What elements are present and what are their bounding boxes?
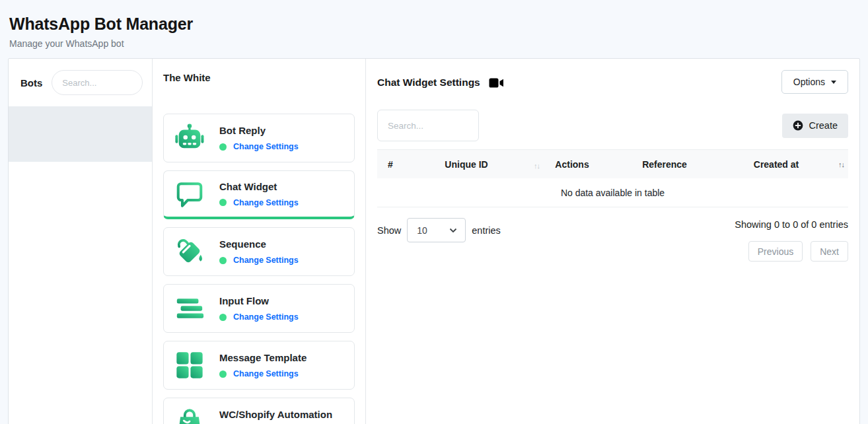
- caret-down-icon: [831, 81, 836, 84]
- bots-search-input[interactable]: [52, 70, 143, 95]
- page-title: WhatsApp Bot Manager: [9, 15, 859, 34]
- feature-card-wc-shopify[interactable]: WC/Shopify Automation Change Settings: [163, 398, 355, 424]
- feature-card-chat-widget[interactable]: Chat Widget Change Settings: [163, 170, 355, 219]
- table-header-row: # Unique ID ↑↓ Actions Reference Created…: [377, 149, 848, 178]
- shopping-bag-icon: [174, 407, 205, 424]
- settings-table: # Unique ID ↑↓ Actions Reference Created…: [377, 149, 848, 207]
- change-settings-link[interactable]: Change Settings: [233, 256, 299, 265]
- settings-header: Chat Widget Settings Options: [377, 70, 848, 94]
- feature-card-sequence[interactable]: Sequence Change Settings: [163, 227, 355, 276]
- fill-drip-icon: [174, 236, 205, 267]
- status-dot-icon: [219, 371, 227, 378]
- column-header-actions[interactable]: Actions: [529, 159, 615, 170]
- show-label: Show: [377, 225, 401, 236]
- pagination-controls: Previous Next: [748, 241, 848, 262]
- robot-icon: [174, 123, 205, 153]
- change-settings-link[interactable]: Change Settings: [233, 142, 299, 151]
- chevron-down-icon: [449, 228, 457, 233]
- table-toolbar: Create: [377, 110, 848, 141]
- plus-circle-icon: [793, 120, 803, 131]
- feature-card-input-flow[interactable]: Input Flow Change Settings: [163, 284, 355, 333]
- features-panel: The White Bot Reply: [153, 59, 366, 424]
- create-button[interactable]: Create: [782, 114, 848, 138]
- feature-card-title: Input Flow: [219, 295, 269, 306]
- column-header-label: Created at: [754, 159, 799, 170]
- page-header: WhatsApp Bot Manager Manage your WhatsAp…: [0, 0, 868, 58]
- column-header-created-at[interactable]: Created at ↑↓: [714, 159, 848, 170]
- settings-title: Chat Widget Settings: [377, 77, 480, 88]
- table-search-input[interactable]: [377, 110, 479, 141]
- change-settings-link[interactable]: Change Settings: [233, 312, 299, 322]
- selected-bot-row[interactable]: [9, 106, 152, 162]
- grid-icon: [174, 350, 205, 380]
- column-header-unique-id[interactable]: Unique ID ↑↓: [404, 159, 529, 170]
- page-subtitle: Manage your WhatsApp bot: [9, 38, 859, 49]
- status-dot-icon: [219, 314, 227, 321]
- entries-summary: Showing 0 to 0 of 0 entries: [735, 218, 848, 230]
- chat-bubble-icon: [174, 179, 205, 209]
- table-footer: Show 10 entries Showing 0 to 0 of 0 entr…: [377, 218, 848, 262]
- change-settings-link[interactable]: Change Settings: [233, 369, 299, 378]
- options-button-label: Options: [793, 77, 825, 87]
- staggered-bars-icon: [174, 293, 205, 324]
- settings-panel: Chat Widget Settings Options: [366, 59, 859, 424]
- bots-header: Bots: [9, 59, 152, 106]
- previous-page-button[interactable]: Previous: [748, 241, 803, 262]
- page-size-value: 10: [417, 225, 427, 236]
- column-header-label: Unique ID: [445, 159, 488, 170]
- video-camera-icon: [489, 77, 504, 88]
- bots-title: Bots: [20, 77, 42, 88]
- page-size-select[interactable]: 10: [407, 218, 466, 242]
- next-page-button[interactable]: Next: [811, 241, 848, 262]
- create-button-label: Create: [809, 120, 838, 131]
- feature-card-message-template[interactable]: Message Template Change Settings: [163, 341, 355, 390]
- sort-icon[interactable]: ↑↓: [838, 160, 848, 168]
- change-settings-link[interactable]: Change Settings: [233, 198, 299, 207]
- page-size-control: Show 10 entries: [377, 218, 501, 242]
- status-dot-icon: [219, 257, 227, 264]
- feature-card-title: Message Template: [219, 352, 307, 363]
- feature-card-title: Bot Reply: [219, 125, 266, 136]
- status-dot-icon: [219, 143, 227, 151]
- bots-sidebar: Bots: [9, 59, 153, 424]
- column-header-index[interactable]: #: [377, 159, 404, 170]
- bot-name: The White: [163, 72, 355, 83]
- entries-label: entries: [472, 225, 501, 236]
- table-empty-message: No data available in table: [377, 178, 848, 207]
- feature-card-bot-reply[interactable]: Bot Reply Change Settings: [163, 114, 355, 162]
- main-card: Bots The White: [8, 58, 860, 424]
- status-dot-icon: [219, 199, 227, 206]
- feature-card-title: Chat Widget: [219, 181, 277, 192]
- column-header-reference[interactable]: Reference: [615, 159, 714, 170]
- options-button[interactable]: Options: [781, 70, 848, 94]
- feature-card-title: WC/Shopify Automation: [219, 409, 332, 420]
- feature-card-title: Sequence: [219, 238, 266, 250]
